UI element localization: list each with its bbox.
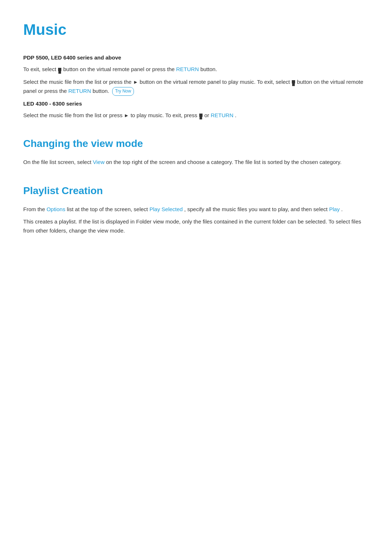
pdp-text-2-pre: Select the music file from the list or p… <box>23 79 131 85</box>
square-icon-1: ■ <box>58 68 61 71</box>
view-mode-heading: Changing the view mode <box>23 136 369 152</box>
pdp-heading: PDP 5500, LED 6400 series and above <box>23 53 369 62</box>
arrow-icon-2: ► <box>124 111 129 120</box>
pdp-text-2-mid: button on the virtual remote panel to pl… <box>140 79 290 85</box>
square-icon-2: ■ <box>292 80 295 83</box>
view-link[interactable]: View <box>93 159 105 165</box>
view-mode-text: On the file list screen, select View on … <box>23 158 369 167</box>
return-link-1[interactable]: RETURN <box>176 66 199 72</box>
playlist-text-pre: From the <box>23 206 45 212</box>
led-text-2: to play music. To exit, press <box>131 112 197 118</box>
options-link[interactable]: Options <box>46 206 65 212</box>
playlist-text-1: From the Options list at the top of the … <box>23 205 369 214</box>
pdp-text-1-end: button. <box>200 66 217 72</box>
playlist-text-2: This creates a playlist. If the list is … <box>23 217 369 235</box>
playlist-heading: Playlist Creation <box>23 183 369 199</box>
playlist-text-mid-content: list at the top of the screen, select <box>67 206 148 212</box>
arrow-icon-1: ► <box>133 78 138 86</box>
view-text-mid-content: on the top right of the screen and choos… <box>106 159 342 165</box>
return-link-3[interactable]: RETURN <box>211 112 233 118</box>
led-text-3: or <box>204 112 209 118</box>
page-title: Music <box>23 17 369 42</box>
led-text-pre: Select the music file from the list or p… <box>23 112 122 118</box>
play-selected-link[interactable]: Play Selected <box>150 206 183 212</box>
pdp-text-1: To exit, select ■ button on the virtual … <box>23 65 369 74</box>
led-text: Select the music file from the list or p… <box>23 111 369 120</box>
view-text-pre: On the file list screen, select <box>23 159 91 165</box>
play-link[interactable]: Play <box>329 206 340 212</box>
square-icon-3: ■ <box>199 114 203 117</box>
return-link-2[interactable]: RETURN <box>68 88 91 94</box>
pdp-text-2: Select the music file from the list or p… <box>23 78 369 96</box>
pdp-text-1-pre: To exit, select <box>23 66 56 72</box>
playlist-text-end: , specify all the music files you want t… <box>184 206 328 212</box>
pdp-text-2-end: button. <box>93 88 109 94</box>
led-heading: LED 4300 - 6300 series <box>23 99 369 108</box>
try-now-badge[interactable]: Try Now <box>112 87 134 96</box>
led-end: . <box>235 112 236 118</box>
playlist-text-final: . <box>341 206 343 212</box>
pdp-text-1-after: button on the virtual remote panel or pr… <box>63 66 175 72</box>
